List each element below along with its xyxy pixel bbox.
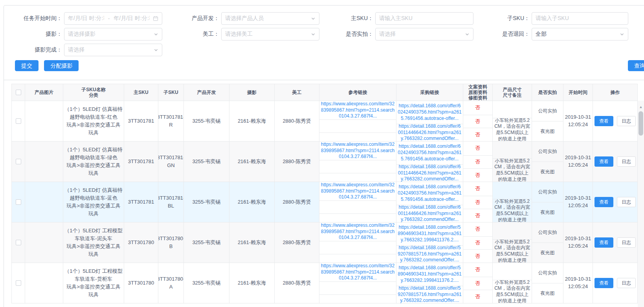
start-date: 2019-10-31 [565,235,591,243]
is-real-shot-placeholder: 请选择 [379,31,462,38]
reference-link-cell: https://www.aliexpress.com/item/32839895… [319,222,396,263]
row-checkbox[interactable] [16,199,21,205]
photographer-cell: 2161-赖东海 [229,263,275,303]
purchase-link[interactable]: https://detail.1688.com/offer/5890469034… [396,224,463,243]
col-real-shot: 是否实拍 [532,84,563,101]
reference-link[interactable]: https://www.aliexpress.com/item/32839895… [319,101,396,119]
actions-cell: 查看日志 [593,222,638,263]
purchase-link[interactable]: https://detail.1688.com/offer/6024249037… [396,103,463,121]
designer-cell: 2880-陈秀贤 [275,101,319,141]
row-checkbox[interactable] [16,240,21,245]
purchase-link[interactable]: https://detail.1688.com/offer/5890469034… [396,265,463,283]
purchase-link[interactable]: https://detail.1688.com/offer/6024249037… [396,143,463,162]
original-material-status: 否 [475,158,481,165]
photographer: 2161-赖东海 [238,279,266,287]
actions-cell: 查看日志 [593,101,638,141]
view-button[interactable]: 查看 [594,116,613,126]
purchase-link-cell: https://detail.1688.com/offer/5890469034… [396,263,463,303]
designer-select[interactable]: 请选择美工 [221,28,319,40]
row-checkbox[interactable] [16,280,21,286]
designer: 2880-陈秀贤 [283,117,311,125]
action-buttons: 查看日志 [594,278,636,288]
sub-sku-label: 子SKU： [475,15,530,22]
chevron-down-icon [311,16,316,21]
log-button[interactable]: 日志 [617,156,636,167]
log-button[interactable]: 日志 [617,116,636,126]
view-button[interactable]: 查看 [594,237,613,248]
designer: 2880-陈秀贤 [283,239,311,246]
photography-done-select[interactable]: 请选择 [64,44,162,56]
start-time-cell: 2019-10-3112:05:24 [563,101,593,141]
is-real-shot-select[interactable]: 请选择 [375,28,473,40]
photographer-cell: 2161-赖东海 [229,142,275,182]
purchase-link[interactable]: https://detail.1688.com/offer/6001144664… [396,164,463,182]
copy-material-status: 否 [475,145,481,152]
row-checkbox[interactable] [16,118,21,124]
sub-sku: 3TT301780-A [158,275,184,291]
product-image-cell [25,222,63,263]
reference-link[interactable]: https://www.aliexpress.com/item/32839895… [319,182,396,200]
reference-link[interactable]: https://www.aliexpress.com/item/32839895… [319,263,396,281]
actions-cell: 查看日志 [593,142,638,182]
select-cell [12,263,25,303]
purchase-link[interactable]: https://detail.1688.com/offer/5920788157… [396,286,463,303]
size-note-cell: 小车轮外宽是5.2CM，适合在内宽是5.5CM或以上的轨道上使用 [493,263,532,303]
view-button[interactable]: 查看 [594,278,613,288]
materials-cell: 否否否 [463,263,493,303]
purchase-link[interactable]: https://detail.1688.com/offer/6001144664… [396,124,463,141]
materials-cell: 否否否 [463,142,493,182]
real-shot-type: 公司实拍 [538,229,557,236]
product-image-cell [25,142,63,182]
query-button[interactable]: 查询 [628,60,644,71]
product-image-cell [25,182,63,222]
sub-sku: 3TT301781-BL [158,194,184,210]
sub-sku-input[interactable]: 请输入子SKU [532,12,628,25]
original-material-status: 否 [475,199,481,206]
select-cell [12,142,25,182]
retouch-material-status: 否 [475,253,481,260]
scroll-up-arrow-icon[interactable]: ▲ [638,105,644,109]
reference-link[interactable]: https://www.aliexpress.com/item/32839895… [319,222,396,241]
vertical-scrollbar[interactable]: ▲ [638,101,644,307]
purchase-link[interactable]: https://detail.1688.com/offer/6001144664… [396,205,463,222]
purchase-link[interactable]: https://detail.1688.com/offer/6024249037… [396,184,463,202]
real-shot-type: 公司实拍 [538,148,557,155]
start-date-placeholder: 年/月/日 时:分:秒 [68,15,104,22]
sku-name-cell: （1个）5LED灯 仿真福特越野电动轨道车-蓝色玩具>非遥控类交通工具玩具 [63,182,124,222]
start-time-cell: 2019-10-3112:05:24 [563,263,593,303]
view-button[interactable]: 查看 [594,197,613,207]
real-shot-cell: 公司实拍夜光图 [532,101,563,141]
photographer-select[interactable]: 请选择摄影 [64,28,162,40]
log-button[interactable]: 日志 [617,237,636,248]
scrollbar-thumb[interactable] [638,111,643,136]
submit-button[interactable]: 提交 [15,60,39,71]
size-note-cell: 小车轮外宽是5.2CM，适合在内宽是5.5CM或以上的轨道上使用 [493,142,532,182]
developer: 3255-韦奕锡 [192,239,220,246]
sub-sku-placeholder: 请输入子SKU [536,15,624,22]
main-sku-input[interactable]: 请输入主SKU [375,12,473,25]
chevron-down-icon [154,32,158,37]
sub-sku-cell: 3TT301781-GN [158,142,184,182]
table-row: （1个）5LED灯 工程模型车轨道车-泥头车玩具>非遥控类交通工具玩具3TT30… [12,222,638,263]
developer: 3255-韦奕锡 [192,279,220,287]
assign-photography-button[interactable]: 分配摄影 [44,60,79,71]
developer-cell: 3255-韦奕锡 [184,101,229,141]
select-all-checkbox[interactable] [16,90,21,95]
reference-link[interactable]: https://www.aliexpress.com/item/32839895… [319,142,396,160]
size-note-cell: 小车轮外宽是5.2CM，适合在内宽是5.5CM或以上的轨道上使用 [493,182,532,222]
product-developer-select[interactable]: 请选择产品人员 [221,12,319,25]
sku-name: （1个）5LED灯 仿真福特越野电动轨道车-蓝色 [63,186,124,202]
action-buttons: 查看日志 [594,156,636,167]
toolbar: 提交 分配摄影 查询 [4,60,644,72]
is-returned-select[interactable]: 全部 [532,28,628,40]
designer: 2880-陈秀贤 [283,198,311,206]
purchase-link[interactable]: https://detail.1688.com/offer/5920788157… [396,245,463,263]
task-start-time-range-picker[interactable]: 年/月/日 时:分:秒 - 年/月/日 时:分:秒 [64,12,162,25]
log-button[interactable]: 日志 [617,197,636,207]
view-button[interactable]: 查看 [594,156,613,167]
section-divider [4,80,644,80]
row-checkbox[interactable] [16,159,21,164]
log-button[interactable]: 日志 [617,278,636,288]
real-shot-type: 夜光图 [541,290,555,297]
sku-name: （1个）5LED灯 仿真福特越野电动轨道车-绿色 [63,146,124,162]
